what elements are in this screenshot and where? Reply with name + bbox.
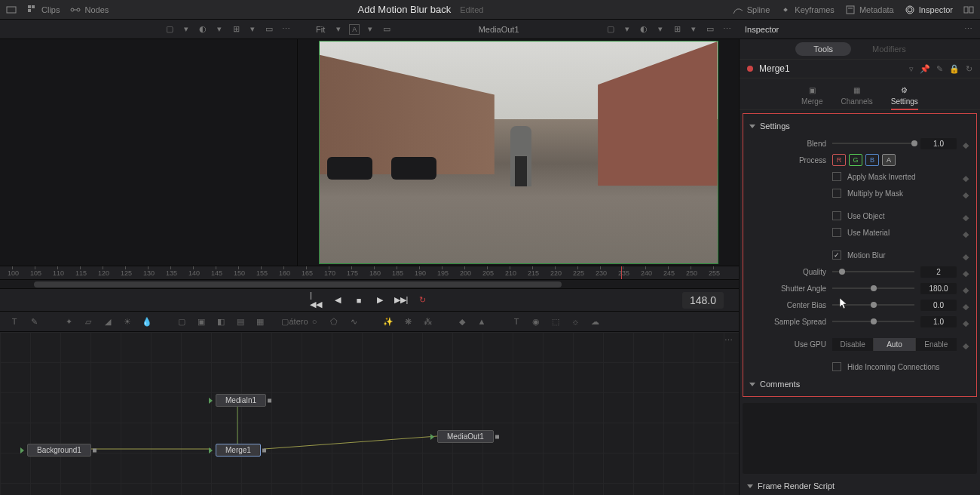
subtab-channels[interactable]: ▦Channels bbox=[841, 85, 872, 106]
center-bias-value[interactable]: 0.0 bbox=[920, 300, 957, 311]
versions-icon[interactable]: ▿ bbox=[909, 64, 914, 74]
channel-b[interactable]: B bbox=[865, 154, 879, 166]
use-object-checkbox[interactable] bbox=[832, 211, 841, 220]
shutter-value[interactable]: 180.0 bbox=[920, 283, 957, 294]
comments-textarea[interactable] bbox=[743, 403, 977, 474]
node-canvas[interactable]: ⋯ Background1 MediaIn1 Merge1 MediaOut1 bbox=[0, 332, 739, 495]
timeline-ruler[interactable]: 1001051101151201251301351401451501551601… bbox=[0, 266, 739, 279]
pin-icon[interactable]: 📌 bbox=[920, 64, 930, 74]
sample-spread-slider[interactable] bbox=[832, 321, 914, 322]
center-bias-slider[interactable] bbox=[832, 304, 914, 306]
shape-poly-icon[interactable]: ⬠ bbox=[327, 315, 341, 328]
view-dropdown-1[interactable]: ▾ bbox=[180, 23, 192, 35]
stop-button[interactable]: ■ bbox=[352, 294, 366, 307]
particles-3-icon[interactable]: ⁂ bbox=[421, 315, 434, 328]
layout-3-icon[interactable]: ◧ bbox=[214, 315, 228, 328]
paint-tool-icon[interactable]: ✎ bbox=[27, 315, 41, 328]
shape-circle-icon[interactable]: ○ bbox=[308, 315, 321, 328]
clips-button[interactable]: Clips bbox=[27, 5, 60, 15]
play-button[interactable]: ▶ bbox=[373, 294, 387, 307]
frame-counter[interactable]: 148.0 bbox=[682, 292, 724, 309]
node-mediain1[interactable]: MediaIn1 bbox=[216, 394, 266, 407]
use-material-checkbox[interactable] bbox=[832, 228, 841, 237]
3d-1-icon[interactable]: ◆ bbox=[455, 315, 469, 328]
view-square-icon[interactable]: ▢ bbox=[164, 23, 176, 35]
shutter-slider[interactable] bbox=[832, 287, 914, 289]
more-icon-1[interactable]: ⋯ bbox=[280, 23, 292, 35]
channel-a[interactable]: A bbox=[882, 154, 896, 166]
channel-g[interactable]: G bbox=[849, 154, 862, 166]
step-back-button[interactable]: ◀ bbox=[331, 294, 345, 307]
layout-2-icon[interactable]: ▣ bbox=[194, 315, 208, 328]
frame-render-section-header[interactable]: Frame Render Script bbox=[740, 477, 980, 495]
view-square-icon-2[interactable]: ▢ bbox=[605, 23, 617, 35]
spline-button[interactable]: Spline bbox=[733, 5, 770, 15]
single-icon[interactable]: ▭ bbox=[263, 23, 275, 35]
grid-icon[interactable]: ⊞ bbox=[230, 23, 242, 35]
timeline-scrollbar[interactable] bbox=[0, 279, 739, 288]
mask-icon[interactable]: ◢ bbox=[101, 315, 115, 328]
inspector-button[interactable]: Inspector bbox=[905, 5, 953, 15]
subtab-merge[interactable]: ▣Merge bbox=[801, 85, 822, 106]
media-pool-button[interactable] bbox=[6, 5, 17, 15]
color-dropdown-1[interactable]: ▾ bbox=[213, 23, 225, 35]
planar-icon[interactable]: ▱ bbox=[81, 315, 95, 328]
text3d-icon[interactable]: T bbox=[510, 315, 523, 328]
node-background1[interactable]: Background1 bbox=[27, 444, 91, 457]
shape-rect-icon[interactable]: ▢átero bbox=[288, 315, 302, 328]
gpu-enable[interactable]: Enable bbox=[916, 338, 957, 351]
lock-icon[interactable]: 🔒 bbox=[949, 64, 960, 74]
layout-1-icon[interactable]: ▢ bbox=[175, 315, 188, 328]
more-icon-2[interactable]: ⋯ bbox=[721, 23, 733, 35]
blend-slider[interactable] bbox=[832, 143, 914, 144]
left-viewer[interactable] bbox=[0, 39, 298, 266]
grid-dropdown-1[interactable]: ▾ bbox=[247, 23, 259, 35]
color-icon[interactable]: ◐ bbox=[197, 23, 209, 35]
tracker-icon[interactable]: ✦ bbox=[62, 315, 75, 328]
tab-tools[interactable]: Tools bbox=[795, 42, 851, 56]
apply-mask-checkbox[interactable] bbox=[832, 172, 841, 181]
node-merge1[interactable]: Merge1 bbox=[216, 444, 261, 457]
subtab-settings[interactable]: ⚙Settings bbox=[891, 85, 918, 110]
preview-viewer[interactable] bbox=[298, 39, 739, 266]
fit-dropdown[interactable]: Fit bbox=[313, 25, 328, 34]
motion-blur-checkbox[interactable] bbox=[832, 251, 841, 260]
blend-value[interactable]: 1.0 bbox=[920, 138, 957, 149]
text-a-icon[interactable]: A bbox=[349, 24, 360, 35]
loop-button[interactable]: ↻ bbox=[415, 294, 429, 307]
light-icon[interactable]: ☼ bbox=[568, 315, 582, 328]
gpu-auto[interactable]: Auto bbox=[874, 338, 915, 351]
color-icon[interactable]: ☀ bbox=[121, 315, 134, 328]
settings-section-header[interactable]: Settings bbox=[746, 117, 973, 135]
channel-r[interactable]: R bbox=[832, 154, 846, 166]
tab-modifiers[interactable]: Modifiers bbox=[854, 42, 924, 56]
3d-2-icon[interactable]: ▲ bbox=[475, 315, 488, 328]
metadata-button[interactable]: Metadata bbox=[845, 5, 894, 15]
reset-icon[interactable]: ↻ bbox=[966, 64, 972, 74]
comments-section-header[interactable]: Comments bbox=[746, 375, 973, 393]
particles-1-icon[interactable]: ✨ bbox=[381, 315, 395, 328]
rect-icon[interactable]: ▭ bbox=[381, 23, 393, 35]
grid-icon-2[interactable]: ⊞ bbox=[671, 23, 683, 35]
sample-spread-value[interactable]: 1.0 bbox=[920, 316, 957, 327]
gpu-disable[interactable]: Disable bbox=[832, 338, 874, 351]
apply-mask-keyframe[interactable]: ◆ bbox=[963, 174, 969, 180]
keyframes-button[interactable]: Keyframes bbox=[780, 5, 835, 15]
node-enabled-dot[interactable] bbox=[747, 66, 753, 72]
edit-icon[interactable]: ✎ bbox=[936, 64, 943, 74]
quality-slider[interactable] bbox=[832, 271, 914, 272]
multiply-mask-checkbox[interactable] bbox=[832, 189, 841, 198]
layout-5-icon[interactable]: ▦ bbox=[253, 315, 267, 328]
quality-value[interactable]: 2 bbox=[920, 266, 957, 278]
goto-end-button[interactable]: ▶▶| bbox=[394, 294, 408, 307]
blur-icon[interactable]: 💧 bbox=[140, 315, 154, 328]
shape3d-icon[interactable]: ◉ bbox=[529, 315, 543, 328]
scrollbar-thumb[interactable] bbox=[34, 281, 562, 287]
color-icon-2[interactable]: ◐ bbox=[638, 23, 650, 35]
cube-icon[interactable]: ⬚ bbox=[549, 315, 562, 328]
text-tool-icon[interactable]: T bbox=[8, 315, 21, 328]
single-icon-2[interactable]: ▭ bbox=[704, 23, 716, 35]
particles-2-icon[interactable]: ❋ bbox=[401, 315, 415, 328]
inspector-more-icon[interactable]: ⋯ bbox=[962, 23, 974, 35]
shape-bspline-icon[interactable]: ∿ bbox=[347, 315, 360, 328]
